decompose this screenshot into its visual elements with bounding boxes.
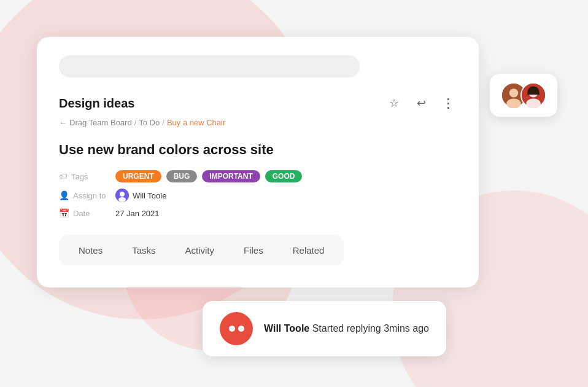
notification-message: Started replying 3mins ago (309, 323, 429, 334)
notification-avatar (220, 312, 253, 345)
tab-related[interactable]: Related (279, 239, 338, 262)
tab-files[interactable]: Files (230, 239, 277, 262)
date-label: 📅 Date (59, 208, 108, 218)
star-button[interactable]: ☆ (385, 95, 403, 112)
main-card: Design ideas ☆ ↩ ⋮ ← Drag Team Board / T… (37, 37, 479, 287)
breadcrumb-arrow: ← (59, 118, 67, 127)
avatar-2 (520, 82, 546, 108)
tag-good[interactable]: GOOD (265, 170, 303, 182)
card-header: Design ideas ☆ ↩ ⋮ (59, 95, 457, 112)
reply-button[interactable]: ↩ (412, 95, 430, 112)
dot-1 (229, 326, 235, 332)
tags-container: URGENT BUG IMPORTANT GOOD (115, 170, 302, 182)
tag-bug[interactable]: BUG (166, 170, 198, 182)
assignee-avatar (115, 189, 129, 202)
tag-urgent[interactable]: URGENT (115, 170, 161, 182)
more-icon: ⋮ (442, 96, 454, 111)
svg-point-5 (506, 98, 521, 108)
search-bar[interactable] (59, 55, 360, 77)
task-fields: 🏷 Tags URGENT BUG IMPORTANT GOOD 👤 Assig… (59, 170, 457, 218)
assign-row: 👤 Assign to Will Toole (59, 189, 457, 202)
person-icon: 👤 (59, 190, 69, 200)
tags-label: 🏷 Tags (59, 171, 108, 181)
card-title: Design ideas (59, 96, 134, 111)
more-button[interactable]: ⋮ (439, 95, 457, 112)
date-row: 📅 Date 27 Jan 2021 (59, 208, 457, 218)
star-icon: ☆ (389, 96, 399, 110)
tab-notes[interactable]: Notes (65, 239, 116, 262)
date-value: 27 Jan 2021 (115, 209, 160, 218)
tags-row: 🏷 Tags URGENT BUG IMPORTANT GOOD (59, 170, 457, 182)
breadcrumb-board: Drag Team Board (69, 118, 132, 127)
header-actions: ☆ ↩ ⋮ (385, 95, 457, 112)
breadcrumb-sep2: / (162, 118, 164, 127)
svg-point-1 (120, 192, 125, 197)
svg-point-8 (526, 98, 541, 108)
dot-2 (238, 326, 244, 332)
tag-important[interactable]: IMPORTANT (202, 170, 260, 182)
recording-indicator (229, 326, 244, 332)
reply-icon: ↩ (417, 96, 426, 110)
breadcrumb-link[interactable]: Buy a new Chair (167, 118, 225, 127)
tag-icon: 🏷 (59, 171, 68, 181)
svg-point-2 (118, 197, 126, 202)
calendar-icon: 📅 (59, 208, 69, 218)
avatars-card (490, 74, 557, 117)
assignee-name: Will Toole (133, 191, 166, 200)
tabs-container: Notes Tasks Activity Files Related (59, 235, 344, 265)
notification-sender-name: Will Toole (264, 323, 309, 334)
assignee[interactable]: Will Toole (115, 189, 166, 202)
task-title: Use new brand colors across site (59, 142, 457, 158)
breadcrumb-status: To Do (139, 118, 160, 127)
tab-activity[interactable]: Activity (172, 239, 228, 262)
notification-text: Will Toole Started replying 3mins ago (264, 323, 429, 334)
tab-tasks[interactable]: Tasks (118, 239, 169, 262)
assign-label: 👤 Assign to (59, 190, 108, 200)
breadcrumb: ← Drag Team Board / To Do / Buy a new Ch… (59, 118, 457, 127)
notification-card: Will Toole Started replying 3mins ago (203, 301, 446, 356)
breadcrumb-sep1: / (134, 118, 137, 127)
svg-point-4 (509, 88, 518, 97)
